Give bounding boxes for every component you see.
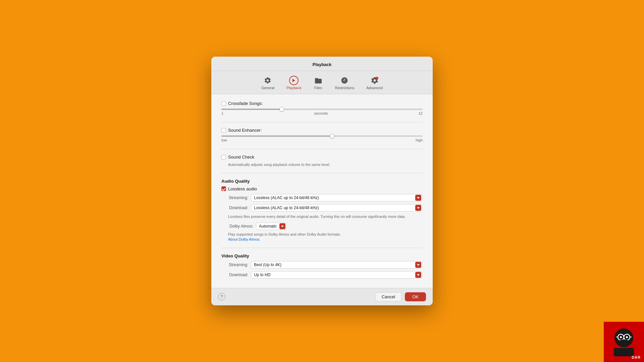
sound-check-row: Sound Check (221, 155, 423, 160)
help-button[interactable]: ? (218, 293, 225, 300)
crossfade-checkbox[interactable] (221, 101, 226, 106)
crossfade-min: 1 (221, 111, 223, 115)
folder-icon (314, 76, 323, 85)
tab-files[interactable]: Files (308, 74, 329, 91)
content-area: Crossfade Songs: 1 seconds 12 (211, 94, 433, 288)
dolby-atmos-row: Dolby Atmos: Automatic (221, 223, 423, 230)
crossfade-labels: 1 seconds 12 (221, 111, 423, 115)
tab-general[interactable]: General (255, 74, 280, 91)
cancel-button[interactable]: Cancel (375, 292, 401, 301)
avatar-text: DAR (632, 355, 641, 359)
lossless-description: Lossless files preserve every detail of … (221, 214, 423, 219)
video-download-row: Download: Up to HD (221, 271, 423, 279)
sound-enhancer-high: high (416, 138, 423, 142)
audio-streaming-select-wrapper: Lossless (ALAC up to 24-bit/48 kHz) (251, 194, 423, 201)
sound-enhancer-section: Sound Enhancer: low high (221, 128, 423, 149)
video-download-select-wrapper: Up to HD (251, 271, 423, 279)
gear-badge-icon: ! (370, 76, 379, 85)
audio-streaming-row: Streaming: Lossless (ALAC up to 24-bit/4… (221, 194, 423, 201)
svg-line-15 (630, 337, 632, 337)
video-streaming-select-wrapper: Best (Up to 4K) (251, 261, 423, 268)
tab-playback-label: Playback (286, 86, 302, 90)
crossfade-text: Crossfade Songs: (228, 101, 263, 106)
toolbar: General Playback Files (211, 71, 433, 94)
sound-check-description: Automatically adjusts song playback volu… (221, 162, 423, 167)
tab-restrictions-label: Restrictions (335, 86, 354, 90)
sound-enhancer-label[interactable]: Sound Enhancer: (221, 128, 262, 133)
audio-streaming-select[interactable]: Lossless (ALAC up to 24-bit/48 kHz) (251, 194, 423, 201)
lossless-audio-row: Lossless audio (221, 186, 423, 191)
crossfade-fill (221, 109, 282, 110)
block-icon (340, 76, 349, 85)
svg-rect-19 (614, 348, 634, 356)
audio-quality-title: Audio Quality (221, 179, 423, 184)
sound-check-section: Sound Check Automatically adjusts song p… (221, 155, 423, 173)
audio-download-select-wrapper: Lossless (ALAC up to 24-bit/48 kHz) (251, 204, 423, 212)
crossfade-unit: seconds (314, 111, 328, 115)
corner-avatar: DAR (604, 322, 644, 362)
preferences-dialog: Playback General Playback (211, 57, 433, 305)
sound-enhancer-labels: low high (221, 138, 423, 142)
sound-enhancer-track[interactable] (221, 135, 423, 137)
lossless-audio-text: Lossless audio (228, 186, 257, 191)
dolby-select-wrapper: Automatic (256, 223, 287, 230)
dolby-atmos-select[interactable]: Automatic (256, 223, 287, 230)
tab-files-label: Files (314, 86, 322, 90)
footer-buttons: Cancel OK (375, 292, 426, 301)
sound-check-checkbox[interactable] (221, 155, 226, 160)
video-download-label: Download: (221, 273, 248, 277)
video-download-select[interactable]: Up to HD (251, 271, 423, 279)
sound-check-text: Sound Check (228, 155, 254, 160)
crossfade-row: Crossfade Songs: (221, 101, 423, 106)
dialog-titlebar: Playback (211, 57, 433, 71)
crossfade-thumb[interactable] (279, 107, 284, 112)
lossless-audio-label[interactable]: Lossless audio (221, 186, 257, 191)
avatar-svg (610, 326, 637, 356)
video-streaming-row: Streaming: Best (Up to 4K) (221, 261, 423, 268)
tab-general-label: General (261, 86, 274, 90)
gear-icon (263, 76, 272, 85)
dolby-link[interactable]: About Dolby Atmos. (228, 237, 261, 241)
sound-enhancer-slider-container: low high (221, 135, 423, 142)
audio-quality-section: Audio Quality Lossless audio Streaming: … (221, 179, 423, 248)
video-streaming-label: Streaming: (221, 262, 248, 267)
tab-advanced[interactable]: ! Advanced (360, 74, 389, 91)
avatar-background: DAR (604, 322, 644, 362)
crossfade-slider-container: 1 seconds 12 (221, 109, 423, 115)
avatar-face (610, 326, 637, 358)
audio-download-row: Download: Lossless (ALAC up to 24-bit/48… (221, 204, 423, 212)
dialog-title: Playback (313, 62, 331, 67)
audio-download-select[interactable]: Lossless (ALAC up to 24-bit/48 kHz) (251, 204, 423, 212)
tab-advanced-label: Advanced (366, 86, 383, 90)
sound-enhancer-low: low (221, 138, 227, 142)
video-quality-section: Video Quality Streaming: Best (Up to 4K)… (221, 253, 423, 279)
video-streaming-select[interactable]: Best (Up to 4K) (251, 261, 423, 268)
crossfade-max: 12 (419, 111, 423, 115)
video-quality-title: Video Quality (221, 253, 423, 258)
sound-enhancer-fill (221, 135, 332, 137)
sound-check-label[interactable]: Sound Check (221, 155, 254, 160)
play-circle-icon (289, 76, 299, 85)
audio-streaming-label: Streaming: (221, 195, 248, 200)
sound-enhancer-text: Sound Enhancer: (228, 128, 262, 133)
sound-enhancer-checkbox[interactable] (221, 128, 226, 133)
svg-line-13 (616, 337, 618, 337)
svg-marker-0 (292, 79, 295, 82)
ok-button[interactable]: OK (405, 292, 426, 301)
crossfade-section: Crossfade Songs: 1 seconds 12 (221, 101, 423, 122)
sound-enhancer-row: Sound Enhancer: (221, 128, 423, 133)
svg-point-16 (620, 336, 622, 338)
lossless-audio-checkbox[interactable] (221, 186, 226, 191)
dialog-footer: ? Cancel OK (211, 288, 433, 305)
svg-point-17 (626, 336, 628, 338)
tab-restrictions[interactable]: Restrictions (329, 74, 360, 91)
sound-enhancer-thumb[interactable] (330, 134, 334, 138)
tab-playback[interactable]: Playback (280, 74, 308, 91)
svg-point-18 (617, 340, 631, 346)
dolby-atmos-label: Dolby Atmos: (221, 224, 253, 229)
dolby-description: Play supported songs in Dolby Atmos and … (221, 232, 423, 242)
audio-download-label: Download: (221, 205, 248, 210)
crossfade-label[interactable]: Crossfade Songs: (221, 101, 263, 106)
crossfade-track[interactable] (221, 109, 423, 110)
